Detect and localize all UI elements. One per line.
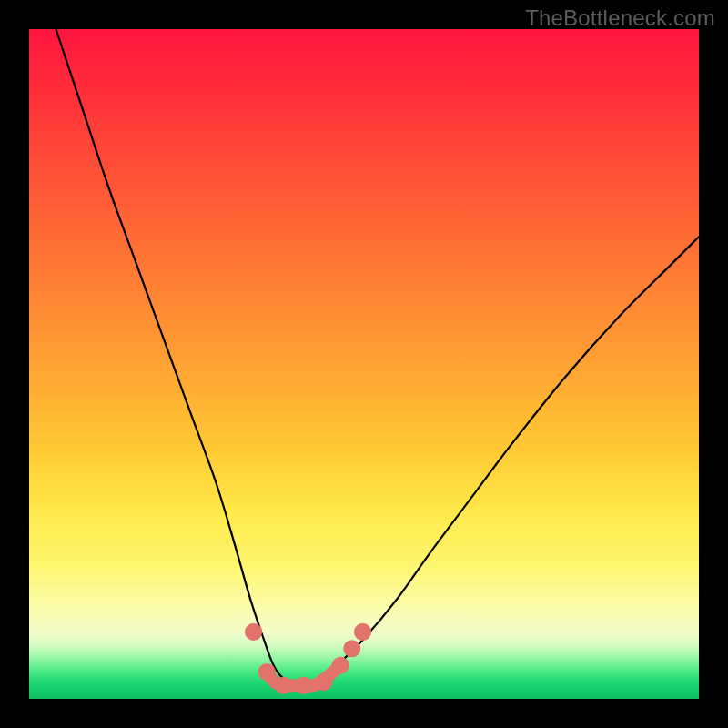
marker-dot (354, 623, 371, 641)
marker-dot (295, 677, 312, 694)
marker-dot (275, 677, 292, 694)
marker-dot (245, 623, 262, 641)
marker-dot (258, 663, 276, 681)
outer-black-frame: TheBottleneck.com (0, 0, 728, 728)
marker-dots (245, 623, 371, 694)
marker-dot (332, 657, 349, 674)
bottleneck-curve (56, 29, 699, 686)
marker-dot (343, 640, 360, 657)
marker-dot (315, 673, 332, 691)
chart-svg (29, 29, 699, 699)
plot-area (29, 29, 699, 699)
watermark-text: TheBottleneck.com (525, 5, 715, 31)
